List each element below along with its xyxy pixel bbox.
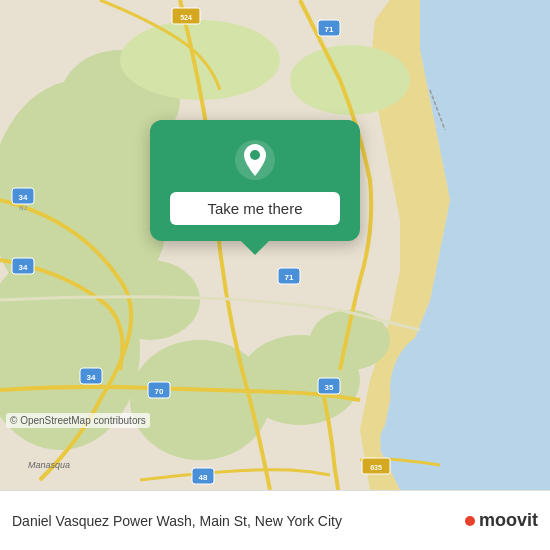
moovit-brand-text: moovit [479,510,538,531]
map-container[interactable]: 34 NJ 34 34 71 71 35 70 524 48 635 Manas… [0,0,550,490]
svg-text:34: 34 [87,373,96,382]
svg-text:70: 70 [155,387,164,396]
moovit-dot-icon [465,516,475,526]
moovit-logo: moovit [465,510,538,531]
svg-text:34: 34 [19,263,28,272]
svg-text:34: 34 [19,193,28,202]
svg-text:35: 35 [325,383,334,392]
svg-point-38 [250,150,260,160]
popup-card: Take me there [150,120,360,241]
svg-text:524: 524 [180,14,192,21]
bottom-bar: Daniel Vasquez Power Wash, Main St, New … [0,490,550,550]
svg-text:Manasqua: Manasqua [28,460,70,470]
svg-text:48: 48 [199,473,208,482]
svg-text:71: 71 [325,25,334,34]
take-me-there-button[interactable]: Take me there [170,192,340,225]
location-pin-icon [233,138,277,182]
osm-credit: © OpenStreetMap contributors [6,413,150,428]
svg-text:71: 71 [285,273,294,282]
svg-text:635: 635 [370,464,382,471]
svg-text:NJ: NJ [19,205,26,211]
location-label: Daniel Vasquez Power Wash, Main St, New … [12,513,457,529]
